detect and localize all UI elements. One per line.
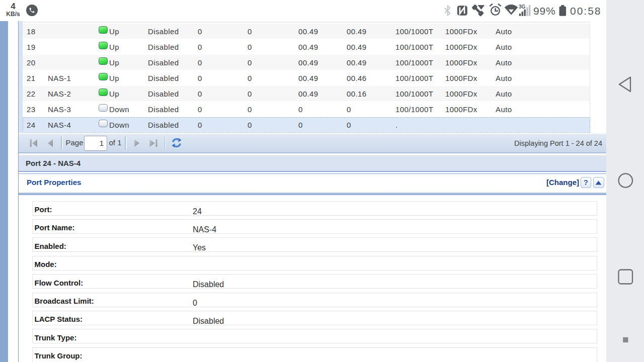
svg-text:3G: 3G <box>519 4 526 10</box>
svg-text:99%: 99% <box>533 5 555 17</box>
svg-text:00:58: 00:58 <box>570 5 602 17</box>
